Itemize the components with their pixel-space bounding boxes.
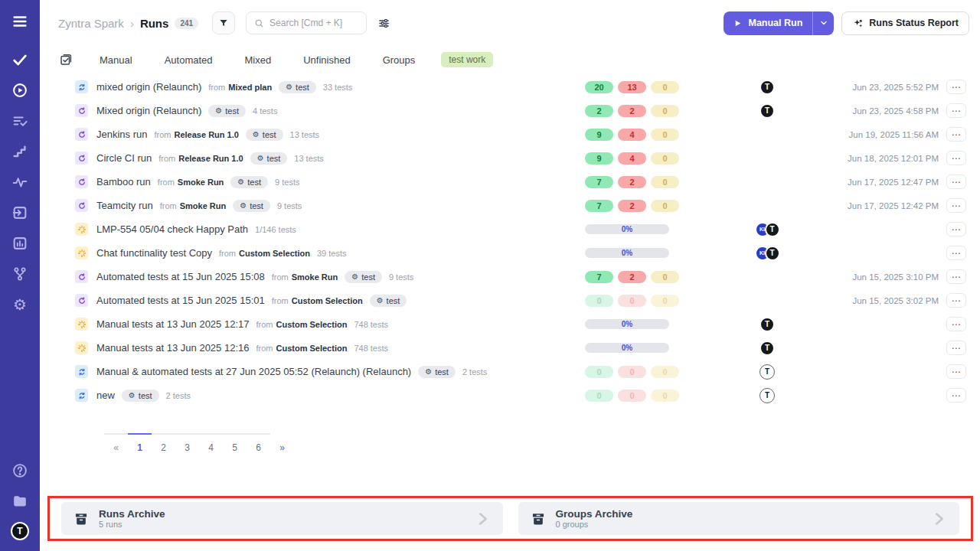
run-row[interactable]: Manual tests at 13 Jun 2025 12:17fromCus… — [40, 312, 980, 336]
row-menu-button[interactable]: ⋯ — [946, 293, 966, 308]
run-row[interactable]: LMP-554 05/04 check Happy Path1/146 test… — [40, 217, 980, 241]
sidebar-item-steps-icon[interactable] — [10, 142, 30, 161]
run-row[interactable]: Jenkins runfromRelease Run 1.0⚙test13 te… — [40, 122, 980, 146]
tab-unfinished[interactable]: Unfinished — [303, 54, 350, 66]
row-menu-cell: ⋯ — [946, 246, 971, 260]
run-type-automated-icon — [75, 270, 88, 283]
tab-groups[interactable]: Groups — [383, 54, 416, 66]
passed-count-badge: 0 — [585, 295, 613, 307]
row-menu-button[interactable]: ⋯ — [946, 151, 966, 165]
sidebar-item-list-check-icon[interactable] — [10, 111, 30, 131]
run-config-tag[interactable]: ⚙test — [418, 366, 456, 378]
search-box[interactable] — [246, 11, 367, 34]
sidebar-item-reports-icon[interactable] — [10, 233, 30, 253]
run-row[interactable]: Automated tests at 15 Jun 2025 15:01from… — [40, 289, 980, 312]
sidebar-item-import-icon[interactable] — [10, 203, 30, 223]
run-config-tag[interactable]: ⚙test — [246, 129, 283, 141]
run-row[interactable]: Automated tests at 15 Jun 2025 15:08from… — [40, 265, 980, 289]
search-input[interactable] — [270, 18, 354, 28]
row-menu-button[interactable]: ⋯ — [946, 341, 966, 355]
row-menu-button[interactable]: ⋯ — [946, 198, 966, 213]
runs-status-report-button[interactable]: Runs Status Report — [841, 11, 969, 35]
pagination-page-2[interactable]: 2 — [152, 433, 175, 453]
row-menu-cell: ⋯ — [946, 198, 971, 213]
gear-icon: ⚙ — [257, 155, 264, 162]
manual-run-button[interactable]: Manual Run — [724, 11, 834, 35]
row-menu-button[interactable]: ⋯ — [946, 317, 966, 331]
row-menu-button[interactable]: ⋯ — [946, 127, 966, 142]
run-row[interactable]: new⚙test2 tests000T⋯ — [40, 383, 980, 407]
run-config-tag[interactable]: ⚙test — [250, 152, 288, 165]
run-config-tag[interactable]: ⚙test — [370, 295, 407, 307]
menu-icon[interactable] — [10, 11, 30, 31]
filter-button[interactable] — [212, 11, 235, 34]
run-name: Chat functinality test Copy — [96, 247, 212, 259]
pagination-page-5[interactable]: 5 — [223, 433, 247, 453]
tab-mixed[interactable]: Mixed — [245, 54, 272, 66]
sidebar-help-icon[interactable] — [10, 461, 30, 481]
active-filter-tag[interactable]: test work — [441, 52, 493, 67]
row-menu-button[interactable]: ⋯ — [946, 388, 966, 403]
groups-archive-card[interactable]: Groups Archive0 groups — [518, 502, 960, 535]
user-avatar[interactable]: T — [11, 522, 29, 540]
pagination-prev[interactable]: « — [104, 433, 128, 453]
pagination-page-4[interactable]: 4 — [199, 433, 223, 453]
run-result-cell: 720 — [585, 200, 686, 212]
breadcrumb-project[interactable]: Zyntra Spark — [58, 17, 124, 30]
run-row[interactable]: mixed origin (Relaunch)fromMixed plan⚙te… — [40, 75, 980, 99]
assignee-avatar: T — [760, 317, 775, 332]
row-menu-button[interactable]: ⋯ — [946, 269, 966, 284]
archive-card-subtitle: 0 groups — [556, 520, 633, 529]
run-config-tag-label: test — [296, 83, 309, 92]
run-config-tag[interactable]: ⚙test — [279, 81, 316, 93]
run-config-tag[interactable]: ⚙test — [345, 271, 382, 283]
select-all-button[interactable] — [58, 52, 74, 67]
row-menu-button[interactable]: ⋯ — [946, 174, 966, 189]
run-progress-label: 0% — [585, 224, 669, 234]
view-settings-button[interactable] — [373, 12, 394, 34]
run-row[interactable]: Teamcity runfromSmoke Run⚙test9 tests720… — [40, 194, 980, 217]
runs-archive-card[interactable]: Runs Archive5 runs — [61, 502, 503, 535]
row-menu-button[interactable]: ⋯ — [946, 246, 966, 260]
sidebar-item-play-circle-icon[interactable] — [10, 80, 30, 100]
tab-manual[interactable]: Manual — [100, 54, 132, 66]
row-menu-button[interactable]: ⋯ — [946, 80, 966, 94]
breadcrumb-separator: › — [130, 17, 134, 30]
row-menu-button[interactable]: ⋯ — [946, 103, 966, 118]
tab-automated[interactable]: Automated — [165, 54, 213, 66]
run-result-cell: 720 — [585, 176, 686, 188]
assignee-avatar: T — [765, 246, 780, 261]
sidebar-item-activity-icon[interactable] — [10, 172, 30, 192]
run-name: Circle CI run — [96, 152, 152, 164]
row-menu-cell: ⋯ — [946, 293, 971, 308]
run-config-tag[interactable]: ⚙test — [122, 390, 159, 402]
pagination-next[interactable]: » — [270, 433, 294, 453]
pagination-page-6[interactable]: 6 — [247, 433, 270, 453]
row-menu-button[interactable]: ⋯ — [946, 364, 966, 379]
run-source: fromSmoke Run — [158, 178, 224, 187]
run-config-tag[interactable]: ⚙test — [208, 105, 246, 117]
passed-count-badge: 2 — [585, 105, 613, 117]
sidebar-item-settings-icon[interactable]: ⚙ — [10, 295, 30, 315]
run-date: Jun 23, 2025 4:58 PM — [808, 106, 946, 116]
run-type-cell — [75, 389, 96, 402]
pagination-page-1[interactable]: 1 — [128, 433, 152, 453]
run-row[interactable]: Manual tests at 13 Jun 2025 12:16fromCus… — [40, 336, 980, 360]
sidebar-folder-icon[interactable] — [10, 491, 30, 511]
run-type-cell — [75, 341, 96, 354]
assignee-avatar: T — [765, 222, 780, 237]
sidebar-item-check-icon[interactable] — [10, 50, 30, 70]
run-row[interactable]: Circle CI runfromRelease Run 1.0⚙test13 … — [40, 146, 980, 170]
sidebar-item-branch-icon[interactable] — [10, 264, 30, 284]
failed-count-badge: 2 — [618, 105, 646, 117]
run-config-tag[interactable]: ⚙test — [230, 176, 268, 188]
run-config-tag[interactable]: ⚙test — [233, 200, 270, 212]
run-row[interactable]: Mixed origin (Relaunch)⚙test4 tests220TJ… — [40, 99, 980, 122]
row-menu-button[interactable]: ⋯ — [946, 222, 966, 236]
run-name-cell: Manual & automated tests at 27 Jun 2025 … — [96, 366, 585, 378]
pagination-page-3[interactable]: 3 — [175, 433, 199, 453]
run-row[interactable]: Chat functinality test CopyfromCustom Se… — [40, 241, 980, 265]
manual-run-dropdown[interactable] — [813, 11, 834, 35]
run-row[interactable]: Manual & automated tests at 27 Jun 2025 … — [40, 360, 980, 383]
run-row[interactable]: Bamboo runfromSmoke Run⚙test9 tests720Ju… — [40, 170, 980, 194]
